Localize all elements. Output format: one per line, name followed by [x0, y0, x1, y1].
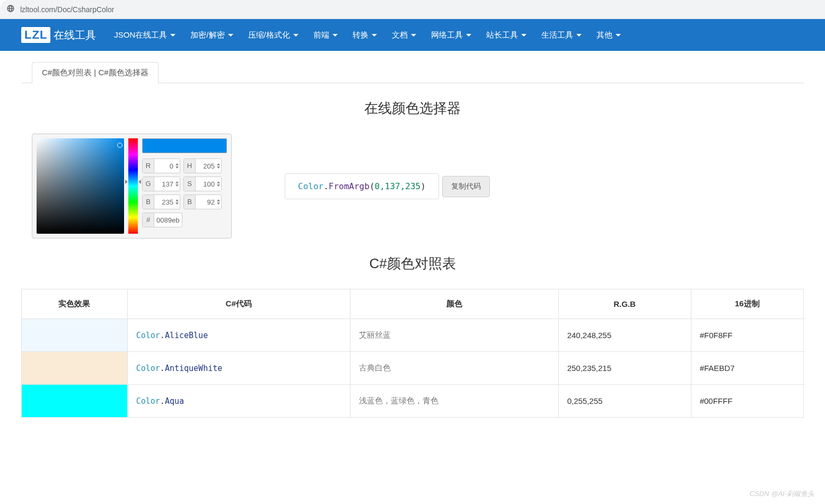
chevron-down-icon: [170, 34, 175, 37]
chevron-down-icon: [411, 34, 416, 37]
input-br[interactable]: B: [183, 194, 222, 209]
input-r[interactable]: R: [142, 158, 180, 173]
spin-down-icon[interactable]: [175, 184, 179, 187]
chevron-down-icon: [521, 34, 526, 37]
swatch-cell: [22, 352, 128, 385]
spin-up-icon[interactable]: [217, 163, 220, 165]
spin-down-icon[interactable]: [217, 166, 220, 169]
swatch-cell: [22, 319, 128, 352]
code-cell: Color.AliceBlue: [127, 319, 350, 352]
saturation-cursor[interactable]: [117, 143, 122, 148]
table-header: 实色效果: [22, 289, 128, 319]
cn-cell: 艾丽丝蓝: [350, 319, 558, 352]
brand-logo: LZL: [21, 27, 50, 43]
url-text: lzltool.com/Doc/CsharpColor: [20, 5, 114, 14]
table-row: Color.AntiqueWhite古典白色250,235,215#FAEBD7: [22, 352, 804, 385]
address-bar[interactable]: lzltool.com/Doc/CsharpColor: [0, 0, 825, 19]
table-row: Color.Aqua浅蓝色，蓝绿色，青色0,255,255#00FFFF: [22, 385, 804, 418]
color-swatch: [142, 138, 227, 153]
code-cell: Color.AntiqueWhite: [127, 352, 350, 385]
cn-cell: 浅蓝色，蓝绿色，青色: [350, 385, 558, 418]
rgb-cell: 250,235,215: [558, 352, 691, 385]
nav-item[interactable]: 加密/解密: [183, 25, 240, 46]
code-cell: Color.Aqua: [127, 385, 350, 418]
spin-up-icon[interactable]: [175, 181, 179, 183]
cn-cell: 古典白色: [350, 352, 558, 385]
nav-item[interactable]: 前端: [306, 25, 345, 46]
tab-color-table[interactable]: C#颜色对照表 | C#颜色选择器: [32, 62, 159, 83]
picker-title: 在线颜色选择器: [21, 99, 804, 118]
table-row: Color.AliceBlue艾丽丝蓝240,248,255#F0F8FF: [22, 319, 804, 352]
hex-cell: #FAEBD7: [691, 352, 803, 385]
color-picker: R H G S B B #: [32, 134, 232, 238]
table-header: R.G.B: [558, 289, 691, 319]
nav-item[interactable]: 网络工具: [424, 25, 479, 46]
tabs: C#颜色对照表 | C#颜色选择器: [21, 61, 804, 83]
input-g[interactable]: G: [142, 176, 180, 191]
spin-down-icon[interactable]: [175, 166, 179, 169]
saturation-panel[interactable]: [37, 138, 124, 234]
copy-code-button[interactable]: 复制代码: [442, 176, 490, 197]
code-box: Color.FromArgb(0,137,235): [285, 173, 439, 199]
chevron-down-icon: [576, 34, 582, 37]
globe-icon: [6, 4, 20, 14]
hex-cell: #00FFFF: [691, 385, 803, 418]
table-title: C#颜色对照表: [21, 254, 804, 273]
brand[interactable]: LZL 在线工具: [21, 27, 96, 43]
nav-item[interactable]: 站长工具: [479, 25, 534, 46]
rgb-cell: 0,255,255: [558, 385, 691, 418]
spin-down-icon[interactable]: [217, 202, 220, 205]
chevron-down-icon: [372, 34, 377, 37]
nav-item[interactable]: 转换: [345, 25, 384, 46]
swatch-cell: [22, 385, 128, 418]
spin-down-icon[interactable]: [217, 184, 220, 187]
chevron-down-icon: [228, 34, 233, 37]
nav-item[interactable]: 文档: [384, 25, 424, 46]
chevron-down-icon: [466, 34, 471, 37]
nav-item[interactable]: 生活工具: [534, 25, 589, 46]
chevron-down-icon: [332, 34, 338, 37]
picker-inputs: R H G S B B #: [142, 138, 227, 234]
input-h[interactable]: H: [183, 158, 222, 173]
chevron-down-icon: [293, 34, 299, 37]
table-header: 16进制: [691, 289, 803, 319]
color-table: 实色效果C#代码颜色R.G.B16进制 Color.AliceBlue艾丽丝蓝2…: [21, 289, 804, 418]
input-hex[interactable]: #: [142, 213, 182, 227]
nav-item[interactable]: JSON在线工具: [107, 25, 183, 46]
hue-slider[interactable]: [128, 138, 138, 234]
nav-item[interactable]: 压缩/格式化: [241, 25, 306, 46]
nav-item[interactable]: 其他: [589, 25, 628, 46]
nav-menu: JSON在线工具加密/解密压缩/格式化前端转换文档网络工具站长工具生活工具其他: [107, 25, 628, 46]
hex-cell: #F0F8FF: [691, 319, 803, 352]
table-header: C#代码: [127, 289, 350, 319]
brand-text: 在线工具: [54, 28, 96, 42]
input-b[interactable]: B: [142, 194, 180, 209]
spin-up-icon[interactable]: [175, 163, 179, 165]
spin-up-icon[interactable]: [217, 181, 220, 183]
chevron-down-icon: [616, 34, 621, 37]
spin-up-icon[interactable]: [175, 199, 179, 201]
input-s[interactable]: S: [183, 176, 222, 191]
navbar: LZL 在线工具 JSON在线工具加密/解密压缩/格式化前端转换文档网络工具站长…: [0, 19, 825, 51]
hue-handle[interactable]: [125, 180, 141, 184]
spin-down-icon[interactable]: [175, 202, 179, 205]
spin-up-icon[interactable]: [217, 199, 220, 201]
rgb-cell: 240,248,255: [558, 319, 691, 352]
table-header: 颜色: [350, 289, 558, 319]
code-area: Color.FromArgb(0,137,235) 复制代码: [285, 173, 490, 199]
